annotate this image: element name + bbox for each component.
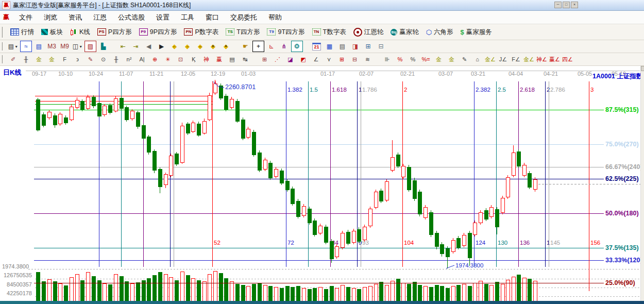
menu-item-帮助[interactable]: 帮助 <box>263 12 287 23</box>
gann-shape-button[interactable]: ⋔ <box>278 41 290 52</box>
percent-tool[interactable]: % <box>407 54 419 65</box>
spiral-fence-tool[interactable]: ϶ <box>72 54 83 65</box>
toolbar-button-T四方形[interactable]: TST四方形 <box>222 26 263 38</box>
candle-style-dropdown[interactable]: ◫▼ <box>72 41 83 52</box>
square-number-tool[interactable]: n² <box>123 54 135 65</box>
gold-lines-tool[interactable]: 金 <box>446 54 457 65</box>
shrink-left-button[interactable]: ◆← <box>168 41 180 52</box>
restore-button[interactable]: □ <box>563 2 570 8</box>
expand-button[interactable]: ◆↔ <box>194 41 206 52</box>
f-fence-tool[interactable]: F <box>59 54 71 65</box>
brush-tool[interactable]: ✐ <box>7 54 19 65</box>
toolbar-button-板块[interactable]: 板块 <box>38 26 66 38</box>
pan-hand-button[interactable]: ☛ <box>240 41 251 52</box>
grid-box-tool[interactable]: ⊟ <box>349 54 361 65</box>
toolbar-button-9P四方形[interactable]: P99P四方形 <box>135 26 181 38</box>
right-scrollbar[interactable] <box>640 66 644 301</box>
toolbar-button-K线[interactable]: K线 <box>66 26 94 38</box>
spiderweb-tool[interactable]: ✳ <box>162 54 174 65</box>
shen-angle-tool[interactable]: 神∠ <box>536 54 548 65</box>
chart-style-dropdown[interactable]: ▤▼ <box>7 41 19 52</box>
percent-lines-tool[interactable]: %= <box>420 54 432 65</box>
grid-web-tool[interactable]: ⊞ <box>336 54 348 65</box>
minimize-button[interactable]: ─ <box>554 2 562 8</box>
j-angle-tool[interactable]: J∠ <box>497 54 509 65</box>
volume-profile-button[interactable]: ▙ <box>97 41 109 52</box>
menu-item-交易委托[interactable]: 交易委托 <box>225 12 263 23</box>
parallel-lines-tool[interactable]: ≋ <box>362 54 374 65</box>
toolbar-button-T数字表[interactable]: TNT数字表 <box>309 26 350 38</box>
pen-ruler-tool[interactable]: ✎ <box>84 54 96 65</box>
zigzag-tool-button[interactable]: ≈ <box>20 41 32 52</box>
wave3-button[interactable]: M3 <box>46 41 58 52</box>
toolbar-button-六角形[interactable]: ⬡六角形 <box>422 26 457 38</box>
calculator-button[interactable]: ▦ <box>324 41 335 52</box>
menu-item-工具[interactable]: 工具 <box>175 12 200 23</box>
quote-mark-tool[interactable]: Ϗ <box>188 54 199 65</box>
fan-tool[interactable]: ⋰ <box>272 54 283 65</box>
angle-measure-button[interactable]: ⊾ <box>265 41 277 52</box>
last-page-button[interactable]: ⇥ <box>130 41 142 52</box>
text-ruler-tool[interactable]: A| <box>136 54 148 65</box>
gold-fence2-tool[interactable]: 金 <box>46 54 58 65</box>
box-tool[interactable]: ⊞ <box>259 54 270 65</box>
f-angle-tool[interactable]: F∠ <box>510 54 522 65</box>
notebook-button[interactable]: ▤ <box>336 41 348 52</box>
smart-analysis-button[interactable]: ❂ <box>291 41 303 52</box>
compress-button[interactable]: ◆✕ <box>207 41 219 52</box>
ruler-123-tool[interactable]: ▤ <box>226 54 238 65</box>
next-page-button[interactable]: ▶ <box>156 41 167 52</box>
menu-item-公式选股[interactable]: 公式选股 <box>112 12 150 23</box>
toolbar-button-赢家服务[interactable]: $赢家服务 <box>457 26 496 38</box>
fan-box2-tool[interactable]: ◩ <box>297 54 309 65</box>
toolbar-button-江恩轮[interactable]: 江恩轮 <box>350 26 387 38</box>
an-box-tool[interactable]: ⌂ <box>471 54 483 65</box>
close-button[interactable]: × <box>571 2 578 8</box>
toolbar-button-P四方形[interactable]: PSP四方形 <box>94 26 135 38</box>
calendar-button[interactable]: 21 <box>311 41 323 52</box>
restore-scale-button[interactable]: ◆+ <box>220 41 232 52</box>
menu-item-江恩[interactable]: 江恩 <box>88 12 112 23</box>
percent-triangle-tool[interactable]: % <box>394 54 406 65</box>
menu-item-文件[interactable]: 文件 <box>13 12 38 23</box>
circle-cross-tool[interactable]: ⊕ <box>149 54 161 65</box>
toolbar-button-赢家轮[interactable]: Big赢家轮 <box>387 26 422 38</box>
gold-angle2-tool[interactable]: 金∠ <box>523 54 535 65</box>
win-fence-tool[interactable]: 赢 <box>213 54 225 65</box>
chart-canvas[interactable]: 09-1710-1010-2411-0711-2112-0512-1901-03… <box>0 66 644 304</box>
remote-pc-button[interactable]: ⊟ <box>375 41 387 52</box>
toolbar-button-9T四方形[interactable]: T99T四方形 <box>263 26 308 38</box>
menu-item-设置[interactable]: 设置 <box>150 12 175 23</box>
percent-bars-tool[interactable]: ⊪ <box>381 54 393 65</box>
gold-angle-tool[interactable]: 金∠ <box>484 54 496 65</box>
gold-fence-tool[interactable]: 金 <box>33 54 45 65</box>
fence-tool[interactable]: ╫ <box>20 54 32 65</box>
shrink-right-button[interactable]: ◆→ <box>181 41 193 52</box>
box-web-tool[interactable]: ⊡ <box>175 54 187 65</box>
four-angle-tool[interactable]: 四∠ <box>562 54 573 65</box>
wave9-button[interactable]: M9 <box>59 41 71 52</box>
net-link-button[interactable]: ⊞ <box>362 41 374 52</box>
vee-lines-tool[interactable]: ⋎ <box>323 54 335 65</box>
save-layout-button[interactable]: ◨ <box>349 41 361 52</box>
first-page-button[interactable]: ⇤ <box>117 41 129 52</box>
shen-fence-tool[interactable]: 神 <box>200 54 212 65</box>
scroll-up-button[interactable] <box>641 66 644 71</box>
ink-tool[interactable]: ✎ <box>459 54 470 65</box>
toolbar-button-P数字表[interactable]: PNP数字表 <box>180 26 222 38</box>
toolbar-button-行情[interactable]: 行情 <box>7 26 38 38</box>
menu-item-窗口[interactable]: 窗口 <box>200 12 225 23</box>
menu-item-浏览[interactable]: 浏览 <box>38 12 63 23</box>
pattern-button[interactable]: ▨ <box>84 41 96 52</box>
menu-item-资讯[interactable]: 资讯 <box>63 12 88 23</box>
gann-clock-tool[interactable]: ⊙ <box>97 54 109 65</box>
plain-fence-tool[interactable]: ╫ <box>110 54 122 65</box>
info-panel-button[interactable]: ▤ <box>33 41 45 52</box>
prev-page-button[interactable]: ◀ <box>143 41 155 52</box>
gold-circle-tool[interactable]: 金 <box>433 54 445 65</box>
span-measure-tool[interactable]: ↹ <box>239 54 251 65</box>
angle-lines-tool[interactable]: ∠ <box>310 54 322 65</box>
win-angle-tool[interactable]: 赢∠ <box>549 54 561 65</box>
crosshair-button[interactable]: + <box>252 41 264 52</box>
fan-box-tool[interactable]: ◪ <box>284 54 296 65</box>
